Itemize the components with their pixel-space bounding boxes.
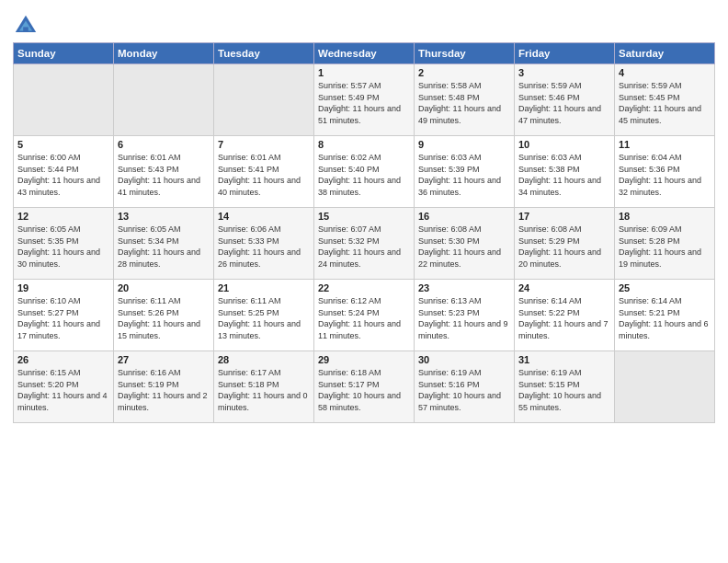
week-row-2: 5 Sunrise: 6:00 AM Sunset: 5:44 PM Dayli… [14, 136, 715, 208]
cell-sunset: Sunset: 5:19 PM [118, 379, 210, 391]
calendar-cell: 19 Sunrise: 6:10 AM Sunset: 5:27 PM Dayl… [14, 280, 114, 351]
cell-daylight: Daylight: 11 hours and 26 minutes. [218, 247, 310, 270]
cell-sunrise: Sunrise: 6:11 AM [118, 295, 210, 307]
cell-sunrise: Sunrise: 5:58 AM [418, 80, 510, 92]
logo-icon [13, 13, 39, 39]
cell-sunset: Sunset: 5:17 PM [318, 379, 410, 391]
cell-sunset: Sunset: 5:18 PM [218, 379, 310, 391]
cell-day-number: 9 [418, 139, 510, 150]
cell-sunrise: Sunrise: 6:14 AM [619, 295, 711, 307]
cell-day-number: 26 [17, 354, 109, 365]
cell-day-number: 29 [318, 354, 410, 365]
calendar-cell: 28 Sunrise: 6:17 AM Sunset: 5:18 PM Dayl… [214, 351, 314, 423]
cell-sunset: Sunset: 5:28 PM [619, 236, 711, 247]
cell-day-number: 30 [418, 354, 510, 365]
calendar-cell: 23 Sunrise: 6:13 AM Sunset: 5:23 PM Dayl… [415, 280, 515, 351]
day-header-monday: Monday [114, 43, 214, 64]
cell-sunset: Sunset: 5:22 PM [518, 307, 610, 319]
calendar-cell [214, 64, 314, 136]
cell-sunset: Sunset: 5:16 PM [418, 379, 510, 391]
calendar-cell: 15 Sunrise: 6:07 AM Sunset: 5:32 PM Dayl… [314, 208, 415, 280]
calendar-cell: 22 Sunrise: 6:12 AM Sunset: 5:24 PM Dayl… [314, 280, 415, 351]
cell-sunset: Sunset: 5:27 PM [17, 307, 109, 319]
calendar-cell [114, 64, 214, 136]
cell-day-number: 31 [518, 354, 610, 365]
cell-sunset: Sunset: 5:35 PM [17, 236, 109, 247]
cell-day-number: 8 [318, 139, 410, 150]
svg-rect-2 [23, 27, 28, 32]
calendar-cell: 9 Sunrise: 6:03 AM Sunset: 5:39 PM Dayli… [415, 136, 515, 208]
cell-sunrise: Sunrise: 6:06 AM [218, 224, 310, 236]
calendar-cell: 3 Sunrise: 5:59 AM Sunset: 5:46 PM Dayli… [515, 64, 615, 136]
cell-sunset: Sunset: 5:23 PM [418, 307, 510, 319]
cell-sunset: Sunset: 5:25 PM [218, 307, 310, 319]
cell-sunrise: Sunrise: 6:16 AM [118, 367, 210, 379]
cell-sunset: Sunset: 5:44 PM [17, 164, 109, 176]
cell-sunrise: Sunrise: 6:08 AM [418, 224, 510, 236]
page-container: SundayMondayTuesdayWednesdayThursdayFrid… [0, 0, 728, 431]
day-header-wednesday: Wednesday [314, 43, 415, 64]
day-header-saturday: Saturday [615, 43, 715, 64]
header-row [13, 9, 715, 39]
cell-sunrise: Sunrise: 6:19 AM [518, 367, 610, 379]
cell-sunrise: Sunrise: 6:01 AM [218, 152, 310, 164]
calendar-cell: 14 Sunrise: 6:06 AM Sunset: 5:33 PM Dayl… [214, 208, 314, 280]
cell-daylight: Daylight: 11 hours and 45 minutes. [619, 103, 711, 126]
cell-sunrise: Sunrise: 6:07 AM [318, 224, 410, 236]
week-row-1: 1 Sunrise: 5:57 AM Sunset: 5:49 PM Dayli… [14, 64, 715, 136]
cell-day-number: 17 [518, 211, 610, 222]
cell-daylight: Daylight: 10 hours and 58 minutes. [318, 390, 410, 413]
calendar-cell: 1 Sunrise: 5:57 AM Sunset: 5:49 PM Dayli… [314, 64, 415, 136]
cell-sunset: Sunset: 5:30 PM [418, 236, 510, 247]
cell-day-number: 19 [17, 282, 109, 293]
cell-daylight: Daylight: 11 hours and 13 minutes. [218, 318, 310, 341]
cell-sunrise: Sunrise: 6:02 AM [318, 152, 410, 164]
cell-sunrise: Sunrise: 5:59 AM [518, 80, 610, 92]
day-header-friday: Friday [515, 43, 615, 64]
calendar-cell: 6 Sunrise: 6:01 AM Sunset: 5:43 PM Dayli… [114, 136, 214, 208]
cell-sunrise: Sunrise: 6:04 AM [619, 152, 711, 164]
cell-day-number: 16 [418, 211, 510, 222]
cell-sunset: Sunset: 5:32 PM [318, 236, 410, 247]
cell-sunrise: Sunrise: 6:08 AM [518, 224, 610, 236]
cell-sunrise: Sunrise: 6:14 AM [518, 295, 610, 307]
cell-sunset: Sunset: 5:39 PM [418, 164, 510, 176]
cell-sunset: Sunset: 5:36 PM [619, 164, 711, 176]
calendar-cell: 18 Sunrise: 6:09 AM Sunset: 5:28 PM Dayl… [615, 208, 715, 280]
cell-day-number: 10 [518, 139, 610, 150]
cell-day-number: 3 [518, 67, 610, 78]
calendar-cell: 13 Sunrise: 6:05 AM Sunset: 5:34 PM Dayl… [114, 208, 214, 280]
cell-day-number: 6 [118, 139, 210, 150]
cell-sunset: Sunset: 5:40 PM [318, 164, 410, 176]
calendar-cell: 5 Sunrise: 6:00 AM Sunset: 5:44 PM Dayli… [14, 136, 114, 208]
cell-sunrise: Sunrise: 6:11 AM [218, 295, 310, 307]
cell-sunset: Sunset: 5:41 PM [218, 164, 310, 176]
cell-daylight: Daylight: 11 hours and 38 minutes. [318, 175, 410, 198]
calendar-cell: 30 Sunrise: 6:19 AM Sunset: 5:16 PM Dayl… [415, 351, 515, 423]
cell-sunset: Sunset: 5:20 PM [17, 379, 109, 391]
cell-sunrise: Sunrise: 6:19 AM [418, 367, 510, 379]
cell-sunset: Sunset: 5:29 PM [518, 236, 610, 247]
cell-daylight: Daylight: 11 hours and 30 minutes. [17, 247, 109, 270]
week-row-3: 12 Sunrise: 6:05 AM Sunset: 5:35 PM Dayl… [14, 208, 715, 280]
cell-daylight: Daylight: 11 hours and 36 minutes. [418, 175, 510, 198]
cell-daylight: Daylight: 10 hours and 55 minutes. [518, 390, 610, 413]
calendar-cell: 4 Sunrise: 5:59 AM Sunset: 5:45 PM Dayli… [615, 64, 715, 136]
cell-daylight: Daylight: 11 hours and 17 minutes. [17, 318, 109, 341]
cell-daylight: Daylight: 11 hours and 32 minutes. [619, 175, 711, 198]
week-row-4: 19 Sunrise: 6:10 AM Sunset: 5:27 PM Dayl… [14, 280, 715, 351]
calendar-cell: 26 Sunrise: 6:15 AM Sunset: 5:20 PM Dayl… [14, 351, 114, 423]
cell-sunset: Sunset: 5:33 PM [218, 236, 310, 247]
cell-daylight: Daylight: 11 hours and 2 minutes. [118, 390, 210, 413]
cell-daylight: Daylight: 11 hours and 34 minutes. [518, 175, 610, 198]
cell-sunrise: Sunrise: 6:01 AM [118, 152, 210, 164]
calendar-cell: 29 Sunrise: 6:18 AM Sunset: 5:17 PM Dayl… [314, 351, 415, 423]
cell-daylight: Daylight: 10 hours and 57 minutes. [418, 390, 510, 413]
calendar-cell: 24 Sunrise: 6:14 AM Sunset: 5:22 PM Dayl… [515, 280, 615, 351]
cell-daylight: Daylight: 11 hours and 24 minutes. [318, 247, 410, 270]
cell-sunset: Sunset: 5:49 PM [318, 92, 410, 104]
cell-sunrise: Sunrise: 6:15 AM [17, 367, 109, 379]
cell-sunset: Sunset: 5:45 PM [619, 92, 711, 104]
cell-day-number: 15 [318, 211, 410, 222]
logo [13, 13, 40, 39]
